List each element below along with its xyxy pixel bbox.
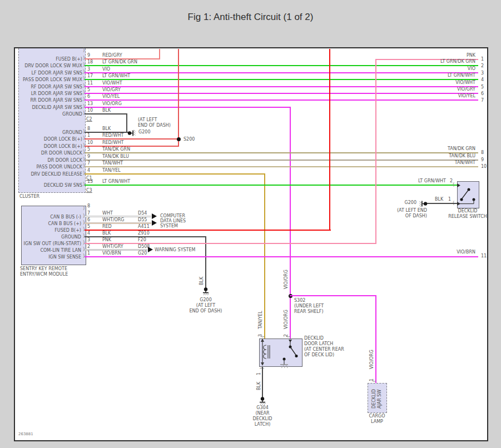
cluster-row-label: DECKLID SW SNS [44,183,82,188]
wire-color-label: BLK [102,126,111,132]
circuit-id: A411 [138,224,150,230]
right-pin-number: 5 [481,84,484,90]
wire-pnk-riser [375,59,376,244]
connector-pin: ) [285,336,290,338]
ground-name: G200 [183,297,228,303]
wire-vio-org-drop [290,107,291,339]
right-wire-label: VIO [468,66,475,72]
latch-label: DOOR LATCH [304,341,333,347]
right-pin-number: 2 [481,63,484,69]
wcm-row-label: CAN B BUS (+) [48,221,81,227]
wcm-row-label: FUSED B(+) [54,228,81,233]
decklid-release-switch-internals [457,181,478,207]
release-wire2-label: LT GRN/WHT [418,178,446,184]
wire-red [85,230,331,231]
wire-color-label: LT GRN/WHT [102,73,130,79]
circuit-id: Z910 [138,231,150,236]
cluster-box [18,48,86,193]
pin-number: 13 [87,179,93,185]
wire-vertical-label: VIO/ORG [369,350,374,369]
ground-note: OF DASH) [405,213,427,219]
right-pin-number: 9 [481,157,484,163]
wire-color-label: RED/GRY [102,53,122,58]
wire-red-wht-riser [178,49,179,147]
warning-system-arrow-icon [148,247,153,252]
wire-tan-wht [85,166,478,167]
ground-note: (AT LEFT [183,303,228,308]
pin-number: 5 [87,224,90,230]
splice-s200 [177,137,181,141]
pin-number: 9 [87,53,90,58]
wcm-row-label: COM-LIN TIRE LAN [40,248,81,253]
wire-color-label: TAN/DK GRN [102,147,130,152]
cluster-row-label: LR DOOR AJAR SW SNS [31,91,82,97]
wire-color-label: VIO/ORG [102,101,122,107]
connector-pin: ) [260,336,265,338]
wire-red-riser [329,49,330,231]
wire-vio-wht [85,86,478,87]
wire-color-label: RED/WHT [102,140,123,146]
right-wire-label: TAN/WHT [455,160,475,166]
splice-s302-name: S302 [294,298,305,303]
right-wire-label: PNK [467,53,475,58]
ground-symbol-g200-wcm [202,287,210,297]
wcm-row-label: GROUND [61,235,81,240]
cluster-row-label: FUSED B(+) [56,57,82,62]
ground-note: END OF DASH) [183,308,228,314]
right-pin-number: 4 [481,77,484,83]
ground-symbol-g200-switch [418,200,428,208]
wire-color-label: BLK [102,108,111,113]
connector-label-c2: C2 [86,117,92,122]
release-switch-label: DECKLID [448,208,487,214]
wire-red-wht-pin1 [85,138,179,140]
cluster-row-label: DOOR LOCK B(+) [44,137,82,142]
wire-lt-grn-dk-grn [85,65,478,66]
wiring-diagram-page: Fig 1: Anti-theft Circuit (1 of 2) CLUST… [0,0,501,448]
wire-wht-org [85,222,151,224]
connector-pin: ) [83,206,85,211]
connector-label-c3: C3 [86,188,92,193]
diagram-number: 263881 [18,431,33,437]
right-wire-label: VIO/BRN [457,250,475,255]
pin-number: 18 [87,59,93,65]
right-wire-label: VIO/GRY [457,87,475,92]
ground-note: LATCH) [240,422,285,427]
wire-vertical-label: BLK [199,277,204,285]
wire-vio-org-s302 [290,295,376,296]
wire-vertical-label: BLK [256,382,261,390]
ground-name: G200 [405,200,416,206]
wire-color-label: TAN/YEL [102,168,121,173]
ground-note: (AT LEFT [138,117,157,123]
pin-number: 1 [87,251,90,256]
wire-color-label: TAN/DK BLU [102,154,129,160]
right-pin-number: 6 [481,91,484,97]
wire-vio-org [85,107,291,108]
computer-system-label: SYSTEM [160,223,178,229]
circuit-id: F20 [138,237,146,243]
wcm-row-label: CAN B BUS (-) [50,215,81,220]
wire-wht [85,216,151,217]
wire-color-label: VIO/WHT [102,81,122,86]
wire-vio-org-right-drop [375,295,376,383]
decklid-door-latch-internals [259,339,301,372]
wire-tan-dk-grn [85,152,478,153]
wire-tan-dk-blu [85,160,478,161]
ground-name: G304 [240,405,285,411]
wire-red-gry [85,58,160,59]
cluster-row-label: PASS DOOR UNLOCK [37,165,82,170]
connector-pin: ( [453,182,455,187]
latch-label: OF DECK LID) [304,352,334,358]
wire-wht-gry [85,249,147,251]
wire-lt-grn-wht-decklid [85,185,457,186]
wire-vio-gry [85,93,478,94]
wire-vio-brn [85,256,478,257]
right-wire-label: LT GRN/DK GRN [440,59,475,64]
cluster-row-label: PASS DOOR LOCK SW MUX [23,77,82,83]
wire-color-label: RED/WHT [102,133,123,138]
cargo-lamp-label: CARGO [360,414,394,419]
right-wire-label: TAN/DK GRN [448,146,475,152]
wire-vertical-label: VIO/ORG [284,310,289,329]
release-pin2-number: 2 [450,178,453,184]
cluster-row-label: DRV DECKLID RELEASE [31,172,82,177]
pin-number: 11 [87,81,93,86]
